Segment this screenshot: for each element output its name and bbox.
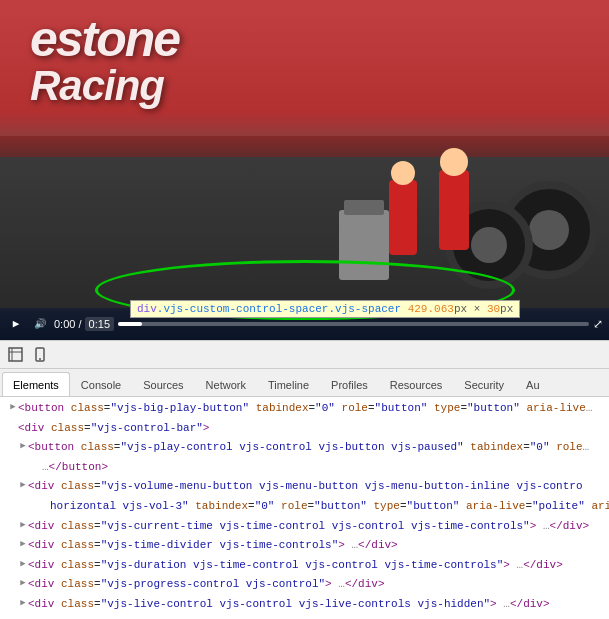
triangle-11[interactable] xyxy=(18,616,28,619)
svg-rect-4 xyxy=(439,170,469,250)
dom-line-7[interactable]: <div class="vjs-time-divider vjs-time-co… xyxy=(0,536,609,556)
tab-profiles[interactable]: Profiles xyxy=(320,372,379,396)
tab-timeline[interactable]: Timeline xyxy=(257,372,320,396)
progress-fill xyxy=(118,322,142,326)
mobile-icon xyxy=(32,347,48,363)
dom-text-7: <div class="vjs-time-divider vjs-time-co… xyxy=(28,537,398,555)
devtools-panel: Elements Console Sources Network Timelin… xyxy=(0,340,609,619)
svg-point-5 xyxy=(440,148,468,176)
svg-point-3 xyxy=(471,227,507,263)
mobile-emulation-button[interactable] xyxy=(28,343,52,367)
svg-point-7 xyxy=(391,161,415,185)
dom-line-5[interactable]: <div class="vjs-volume-menu-button vjs-m… xyxy=(0,477,609,497)
dom-text-5b: horizontal vjs-vol-3" tabindex="0" role=… xyxy=(50,498,609,516)
firestone-logo-text: estone xyxy=(30,10,179,68)
dom-line-1[interactable]: <button class="vjs-big-play-button" tabi… xyxy=(0,399,609,419)
dom-text-9: <div class="vjs-progress-control vjs-con… xyxy=(28,576,385,594)
dom-text-5: <div class="vjs-volume-menu-button vjs-m… xyxy=(28,478,583,496)
tab-network[interactable]: Network xyxy=(195,372,257,396)
triangle-5[interactable] xyxy=(18,478,28,492)
dom-text-11: <div class="vjs-remaining-time vjs-time-… xyxy=(28,616,602,619)
fullscreen-button[interactable]: ⤢ xyxy=(593,317,603,332)
play-button[interactable] xyxy=(6,314,26,334)
dom-line-11[interactable]: <div class="vjs-remaining-time vjs-time-… xyxy=(0,615,609,619)
video-scene-svg xyxy=(329,110,609,310)
dom-line-8[interactable]: <div class="vjs-duration vjs-time-contro… xyxy=(0,556,609,576)
inspect-icon xyxy=(8,347,24,363)
triangle-1[interactable] xyxy=(8,400,18,414)
svg-rect-9 xyxy=(344,200,384,215)
tooltip-width: 429.063 xyxy=(408,303,454,315)
dom-line-2[interactable]: <div class="vjs-control-bar"> xyxy=(0,419,609,439)
svg-rect-6 xyxy=(389,180,417,255)
devtools-toolbar xyxy=(0,341,609,369)
tab-resources[interactable]: Resources xyxy=(379,372,454,396)
progress-bar[interactable] xyxy=(118,322,589,326)
dom-line-5b[interactable]: horizontal vjs-vol-3" tabindex="0" role=… xyxy=(0,497,609,517)
tooltip-tag: div xyxy=(137,303,157,315)
triangle-3[interactable] xyxy=(18,439,28,453)
time-elapsed: 0:00 xyxy=(54,318,75,330)
svg-point-1 xyxy=(529,210,569,250)
dom-text-10: <div class="vjs-live-control vjs-control… xyxy=(28,596,550,614)
time-total: 0:15 xyxy=(85,317,114,331)
tab-sources[interactable]: Sources xyxy=(132,372,194,396)
video-player: estone Racing div.vjs-custom-control-spa… xyxy=(0,0,609,340)
time-display: 0:00 / 0:15 xyxy=(54,318,114,330)
triangle-9[interactable] xyxy=(18,576,28,590)
tab-console[interactable]: Console xyxy=(70,372,132,396)
triangle-7[interactable] xyxy=(18,537,28,551)
dom-text-2: <div class="vjs-control-bar"> xyxy=(18,420,209,438)
video-scene: estone Racing div.vjs-custom-control-spa… xyxy=(0,0,609,340)
devtools-dom-content[interactable]: <button class="vjs-big-play-button" tabi… xyxy=(0,397,609,619)
devtools-tabs: Elements Console Sources Network Timelin… xyxy=(0,369,609,397)
tab-security[interactable]: Security xyxy=(453,372,515,396)
tooltip-height: 30 xyxy=(487,303,500,315)
tab-elements[interactable]: Elements xyxy=(2,372,70,396)
tab-au[interactable]: Au xyxy=(515,372,550,396)
dom-text-6: <div class="vjs-current-time vjs-time-co… xyxy=(28,518,589,536)
dom-line-10[interactable]: <div class="vjs-live-control vjs-control… xyxy=(0,595,609,615)
play-icon xyxy=(13,317,20,331)
dom-line-4[interactable]: … </button> xyxy=(0,458,609,478)
dom-text-1: <button class="vjs-big-play-button" tabi… xyxy=(18,400,592,418)
svg-rect-8 xyxy=(339,210,389,280)
dom-text-4: … xyxy=(42,459,49,477)
dom-text-3: <button class="vjs-play-control vjs-cont… xyxy=(28,439,589,457)
inspect-element-button[interactable] xyxy=(4,343,28,367)
racing-text: Racing xyxy=(30,62,164,110)
triangle-6[interactable] xyxy=(18,518,28,532)
volume-button[interactable] xyxy=(30,314,50,334)
tooltip-dims: 429.063px × 30px xyxy=(408,303,514,315)
dom-line-6[interactable]: <div class="vjs-current-time vjs-time-co… xyxy=(0,517,609,537)
dom-line-3[interactable]: <button class="vjs-play-control vjs-cont… xyxy=(0,438,609,458)
triangle-8[interactable] xyxy=(18,557,28,571)
dom-text-8: <div class="vjs-duration vjs-time-contro… xyxy=(28,557,563,575)
triangle-10[interactable] xyxy=(18,596,28,610)
element-tooltip: div.vjs-custom-control-spacer.vjs-spacer… xyxy=(130,300,520,318)
dom-line-9[interactable]: <div class="vjs-progress-control vjs-con… xyxy=(0,575,609,595)
svg-rect-10 xyxy=(9,348,22,361)
tooltip-class: .vjs-custom-control-spacer.vjs-spacer xyxy=(157,303,401,315)
volume-icon xyxy=(34,317,46,331)
